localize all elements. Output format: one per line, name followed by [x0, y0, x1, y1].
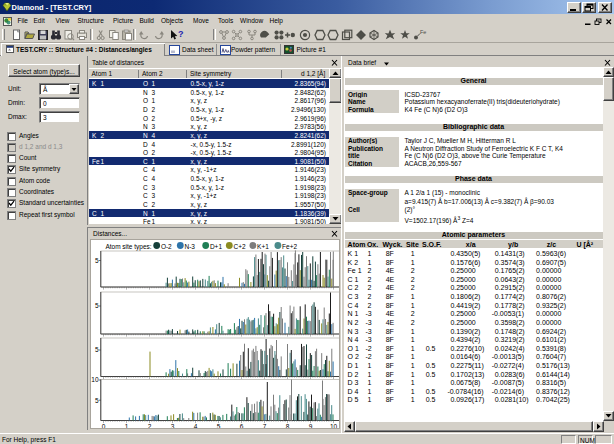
svg-text:O-2: O-2: [161, 243, 172, 250]
svg-text:10: 10: [330, 423, 338, 429]
svg-text:9: 9: [309, 423, 313, 429]
svg-text:1: 1: [125, 423, 129, 429]
svg-text:D+1: D+1: [210, 243, 222, 250]
svg-text:5: 5: [95, 257, 99, 264]
svg-text:3: 3: [171, 423, 175, 429]
svg-text:5: 5: [95, 346, 99, 353]
svg-text:2: 2: [148, 423, 152, 429]
svg-text:C+2: C+2: [234, 243, 246, 250]
svg-text:Fe+2: Fe+2: [282, 243, 297, 250]
svg-text:5: 5: [95, 397, 99, 404]
svg-text:N-3: N-3: [185, 243, 196, 250]
svg-text:8: 8: [286, 423, 290, 429]
svg-text:0: 0: [102, 423, 106, 429]
svg-text:6: 6: [240, 423, 244, 429]
svg-text:K+1: K+1: [257, 243, 269, 250]
svg-text:7: 7: [263, 423, 267, 429]
svg-text:4: 4: [194, 423, 198, 429]
svg-text:5: 5: [217, 423, 221, 429]
svg-text:Atom site types:: Atom site types:: [105, 243, 151, 251]
svg-text:10: 10: [91, 376, 99, 383]
svg-text:5: 5: [95, 302, 99, 309]
